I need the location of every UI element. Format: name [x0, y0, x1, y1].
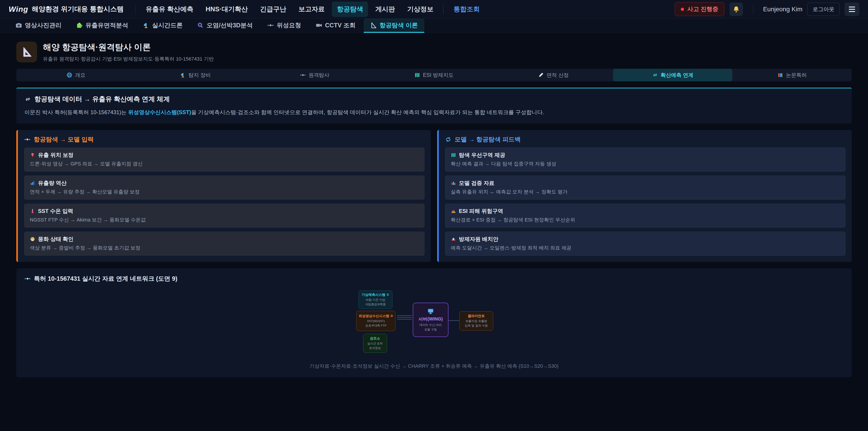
page-title: 해양 항공탐색·원격탐사 이론 [43, 41, 214, 53]
app-title: 해양환경 위기대응 통합시스템 [32, 4, 124, 14]
notifications-button[interactable] [730, 2, 743, 16]
red-dot-icon [681, 8, 684, 11]
refresh-icon [445, 136, 452, 143]
card-spill-volume-inversion: 유출량 역산 면적 × 두께 → 유량 추정 → 확산모델 유출량 보정 [24, 176, 425, 199]
satellite-dish-icon [180, 72, 186, 78]
subnav-item-aerial-search-theory[interactable]: 항공탐색 이론 [364, 19, 424, 33]
palette-icon [30, 237, 35, 242]
camera-icon [16, 22, 22, 29]
card-weathering-state-check: 풍화 상태 확인 색상 분류 → 증발비 추정 → 풍화모델 초기값 보정 [24, 232, 425, 256]
network-caption: 기상자료·수온자료·조석정보 실시간 수신 → CHARRY 조류 + 취송류 … [24, 363, 844, 370]
alarm-icon [451, 208, 456, 214]
node-weather-forecast-system: 기상예측시스템 ① 바람·기온·기압 국립환경과학원 [359, 290, 393, 309]
books-icon [777, 72, 783, 78]
sub-navigation-bar: 영상사진관리 유출유면적분석 실시간드론 오염/선박3D분석 위성요청 CCTV… [0, 19, 868, 33]
page-header: 해양 항공탐색·원격탐사 이론 유출유 원격탐지·항공감시 기법·ESI 방제정… [16, 41, 852, 62]
menu-item-aerial-search[interactable]: 항공탐색 [332, 2, 368, 17]
model-input-panel: 항공탐색 → 모델 입력 유출 위치 보정 드론·위성 영상 → GPS 좌표 … [16, 130, 431, 262]
linkage-overview-panel: 항공탐색 데이터 → 유출유 확산예측 연계 체계 이문진 박사 특허(등록특허… [16, 88, 852, 124]
card-sst-temperature-input: SST 수온 입력 NGSST FTP 수신 → Akima 보간 → 풍화모델… [24, 204, 425, 227]
pencil-icon [538, 72, 544, 78]
tab-diffusion-prediction-link[interactable]: 확산예측 연계 [613, 69, 733, 81]
linkage-columns: 항공탐색 → 모델 입력 유출 위치 보정 드론·위성 영상 → GPS 좌표 … [16, 130, 852, 262]
tab-papers-patents[interactable]: 논문특허 [733, 69, 852, 81]
sst-highlight: 위성영상수신시스템(SST) [128, 109, 191, 115]
subnav-item-oil-area-analysis[interactable]: 유출유면적분석 [70, 19, 134, 33]
header-actions: 사고 진행중 Eunjeong Kim 로그아웃 [675, 2, 860, 16]
magnifier-icon [197, 22, 204, 29]
model-feedback-panel: 모델 → 항공탐색 피드백 탐색 우선구역 제공 확산 예측 결과 → 다음 탐… [437, 130, 852, 262]
menu-item-emergency-rescue[interactable]: 긴급구난 [255, 2, 291, 17]
card-esi-risk-zone: ESI 피해 위험구역 확산경로 × ESI 중첩 → 항공탐색 ESI 현장확… [445, 204, 845, 227]
thermometer-icon [30, 208, 35, 214]
menu-item-oil-spill-prediction[interactable]: 유출유 확산예측 [141, 2, 198, 17]
map-icon [451, 152, 456, 158]
node-satellite-image-receiving-system: 위성영상수신시스템 ② SST(NGSST) 토호쿠대학 FTP [356, 311, 396, 331]
linkage-panel-title-row: 항공탐색 데이터 → 유출유 확산예측 연계 체계 [24, 95, 844, 104]
card-model-validation-data: 모델 검증 자료 실측 유출유 위치 ↔ 예측값 오차 분석 → 정확도 평가 [445, 176, 845, 199]
page-title-icon-box [16, 41, 37, 62]
menu-item-reports[interactable]: 보고자료 [293, 2, 330, 17]
model-input-panel-title-row: 항공탐색 → 모델 입력 [24, 135, 425, 144]
node-wing-server: 서버(WING) 데이터 수신·처리 모델 구동 [413, 303, 448, 337]
chart-icon [30, 180, 35, 186]
hamburger-menu-button[interactable] [844, 2, 860, 16]
ship-icon [451, 237, 456, 242]
hamburger-icon [849, 6, 855, 7]
chart-icon [451, 180, 456, 186]
incident-status-label: 사고 진행중 [687, 5, 718, 13]
subnav-item-photo-management[interactable]: 영상사진관리 [9, 19, 68, 33]
page-title-text: 해양 항공탐색·원격탐사 이론 유출유 원격탐지·항공감시 기법·ESI 방제정… [43, 41, 214, 62]
bell-icon [733, 5, 740, 13]
pin-icon [30, 152, 35, 158]
user-name: Eunjeong Kim [763, 6, 802, 13]
main-content: 해양 항공탐색·원격탐사 이론 유출유 원격탐지·항공감시 기법·ESI 방제정… [0, 33, 868, 391]
section-tabs: 개요 탐지 장비 원격탐사 ESI 방제지도 면적 산정 확산예측 연계 논문특… [16, 69, 852, 81]
subnav-item-realtime-drone[interactable]: 실시간드론 [136, 19, 189, 33]
globe-icon [66, 72, 72, 78]
linkage-panel-title: 항공탐색 데이터 → 유출유 확산예측 연계 체계 [34, 95, 170, 104]
top-navigation-bar: Wing 해양환경 위기대응 통합시스템 유출유 확산예측 HNS·대기확산 긴… [0, 0, 868, 19]
satellite-icon [267, 22, 274, 29]
menu-item-hns-atmosphere[interactable]: HNS·대기확산 [201, 2, 253, 17]
incident-status-badge: 사고 진행중 [675, 2, 724, 16]
logout-button[interactable]: 로그아웃 [807, 3, 839, 16]
patent-network-title-row: 특허 10-1567431 실시간 자료 연계 네트워크 (도면 9) [24, 275, 844, 283]
tab-area-calculation[interactable]: 면적 산정 [494, 69, 613, 81]
card-spill-location-correction: 유출 위치 보정 드론·위성 영상 → GPS 좌표 → 모델 유출지점 갱신 [24, 148, 425, 172]
puzzle-icon [76, 22, 83, 29]
set-square-icon [21, 46, 33, 58]
model-feedback-panel-title: 모델 → 항공탐색 피드백 [455, 135, 521, 144]
tab-overview[interactable]: 개요 [16, 69, 135, 81]
menu-item-weather-info[interactable]: 기상정보 [402, 2, 438, 17]
tab-esi-map[interactable]: ESI 방제지도 [374, 69, 494, 81]
set-square-icon [370, 22, 377, 29]
network-diagram: 기상예측시스템 ① 바람·기온·기압 국립환경과학원 위성영상수신시스템 ② S… [341, 288, 527, 356]
satellite-icon [24, 136, 31, 143]
patent-network-panel: 특허 10-1567431 실시간 자료 연계 네트워크 (도면 9) 기상예측… [16, 268, 852, 377]
card-response-resource-deployment: 방제자원 배치안 예측 도달시간 → 오일펜스·방제정 최적 배치 좌표 제공 [445, 232, 845, 256]
link-icon [652, 72, 658, 78]
tab-detection-equipment[interactable]: 탐지 장비 [135, 69, 255, 81]
card-priority-search-zone: 탐색 우선구역 제공 확산 예측 결과 → 다음 탐색 집중구역 자동 생성 [445, 148, 845, 172]
monitor-icon [427, 308, 434, 315]
map-icon [414, 72, 420, 78]
patent-network-title: 특허 10-1567431 실시간 자료 연계 네트워크 (도면 9) [34, 275, 178, 283]
menu-item-integrated-search[interactable]: 통합조회 [448, 2, 485, 17]
subnav-item-pollution-ship-3d[interactable]: 오염/선박3D분석 [191, 19, 259, 33]
page-subtitle: 유출유 원격탐지·항공감시 기법·ESI 방제정보지도·등록특허 10-1567… [43, 56, 214, 62]
subnav-item-satellite-request[interactable]: 위성요청 [261, 19, 307, 33]
connector-line [397, 317, 412, 318]
main-menu: 유출유 확산예측 HNS·대기확산 긴급구난 보고자료 항공탐색 게시판 기상정… [141, 2, 675, 17]
node-tide-station: 검조소 실시간 조위 조석정보 [363, 334, 387, 353]
tab-remote-sensing[interactable]: 원격탐사 [255, 69, 374, 81]
model-input-panel-title: 항공탐색 → 모델 입력 [34, 135, 94, 144]
model-feedback-panel-title-row: 모델 → 항공탐색 피드백 [445, 135, 845, 144]
linkage-panel-description: 이문진 박사 특허(등록특허 10-1567431)는 위성영상수신시스템(SS… [24, 108, 844, 116]
connector-line [448, 320, 459, 321]
app-logo: Wing 해양환경 위기대응 통합시스템 [8, 4, 130, 14]
subnav-item-cctv[interactable]: CCTV 조회 [309, 19, 362, 33]
connector-line [397, 319, 412, 319]
menu-item-board[interactable]: 게시판 [370, 2, 400, 17]
connector-line [397, 315, 412, 316]
